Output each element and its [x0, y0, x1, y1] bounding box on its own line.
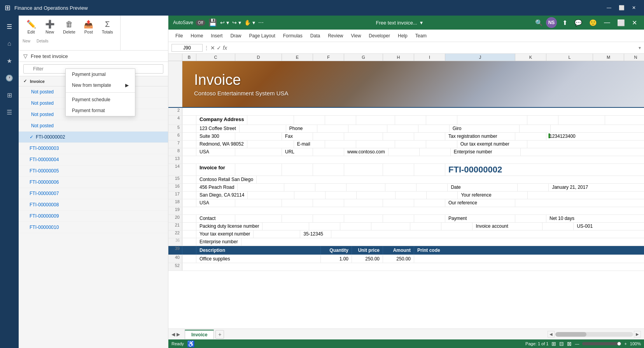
list-item[interactable]: FTI-00000007 — [19, 188, 168, 199]
title-dropdown-arrow[interactable]: ▾ — [420, 19, 423, 26]
col-header-k[interactable]: K — [515, 54, 546, 61]
col-header-f[interactable]: F — [313, 54, 344, 61]
scroll-left-icon[interactable]: ◀ — [548, 331, 555, 337]
filter-icon[interactable]: ▽ — [23, 53, 28, 59]
user-avatar[interactable]: NS — [546, 17, 557, 28]
col-header-b[interactable]: B — [182, 54, 196, 61]
date-value-cell: January 21, 2017 — [549, 184, 595, 191]
col-header-j[interactable]: J — [445, 54, 515, 61]
zoom-slider[interactable] — [582, 342, 621, 345]
prev-sheet-icon[interactable]: ◀ — [172, 332, 175, 337]
col-header-n[interactable]: N — [624, 54, 644, 61]
confirm-formula-icon[interactable]: ✓ — [217, 45, 221, 51]
add-sheet-button[interactable]: + — [215, 330, 224, 339]
close-button[interactable]: ✕ — [628, 2, 639, 13]
row-6: 6 Suite 300 Fax Tax registration number … — [168, 133, 644, 141]
redo-button[interactable]: ↪ ▾ — [232, 19, 241, 26]
menu-review[interactable]: Review — [324, 32, 347, 40]
share-button[interactable]: ⬆ — [560, 18, 570, 27]
menu-developer[interactable]: Developer — [365, 32, 394, 40]
new-from-template-item[interactable]: New from template ▶ — [66, 80, 135, 91]
list-item-selected[interactable]: ✓ FTI-00000002 — [19, 132, 168, 143]
list-item[interactable]: FTI-00000005 — [19, 165, 168, 177]
cancel-formula-icon[interactable]: ✕ — [210, 45, 215, 51]
check-all-icon[interactable]: ✓ — [23, 79, 27, 84]
col-header-m[interactable]: M — [593, 54, 624, 61]
autosave-toggle[interactable]: Off — [196, 20, 205, 26]
menu-help[interactable]: Help — [394, 32, 411, 40]
excel-window-controls: ⬆ 💬 🙂 — ⬜ ✕ — [560, 18, 639, 27]
menu-view[interactable]: View — [347, 32, 365, 40]
menu-formulas[interactable]: Formulas — [279, 32, 306, 40]
function-icon[interactable]: fx — [223, 45, 227, 51]
delete-button[interactable]: 🗑 Delete — [60, 18, 79, 36]
waffle-icon[interactable]: ⊞ — [5, 4, 10, 12]
edit-button[interactable]: ✏️ Edit — [23, 18, 40, 36]
menu-home[interactable]: Home — [187, 32, 207, 40]
zoom-level: 100% — [630, 341, 641, 346]
page-layout-view-icon[interactable]: ⊟ — [559, 341, 564, 347]
col-header-i[interactable]: I — [414, 54, 445, 61]
formula-expand-icon[interactable]: ▾ — [639, 45, 641, 51]
col-header-d[interactable]: D — [235, 54, 282, 61]
autosave-label: AutoSave — [173, 20, 193, 25]
menu-page-layout[interactable]: Page Layout — [245, 32, 279, 40]
col-header-c[interactable]: C — [196, 54, 235, 61]
emoji-button[interactable]: 🙂 — [587, 18, 599, 27]
payment-journal-item[interactable]: Payment journal — [66, 69, 135, 80]
normal-view-icon[interactable]: ⊞ — [551, 341, 556, 347]
undo-button[interactable]: ↩ ▾ — [220, 19, 229, 26]
payment-format-item[interactable]: Payment format — [66, 105, 135, 116]
nav-recent-icon[interactable]: 🕐 — [2, 70, 17, 86]
page-break-view-icon[interactable]: ⊠ — [567, 341, 572, 347]
spreadsheet[interactable]: B C D E F G H I J K L M N — [168, 54, 644, 329]
comments-button[interactable]: 💬 — [572, 18, 584, 27]
invoice-list[interactable]: Not posted Not posted Not posted Not pos… — [19, 86, 168, 348]
next-sheet-icon[interactable]: ▶ — [177, 332, 180, 337]
col-header-l[interactable]: L — [546, 54, 593, 61]
more-button[interactable]: ⋯ — [258, 19, 264, 26]
list-item[interactable]: FTI-00000010 — [19, 222, 168, 233]
nav-list-icon[interactable]: ☰ — [2, 104, 17, 120]
maximize-button[interactable]: ⬜ — [616, 2, 627, 13]
nav-menu-icon[interactable]: ☰ — [2, 19, 17, 34]
col-header-g[interactable]: G — [344, 54, 383, 61]
minimize-button[interactable]: — — [604, 2, 614, 13]
touch-button[interactable]: ✋ ▾ — [244, 19, 255, 26]
nav-star-icon[interactable]: ★ — [2, 53, 17, 69]
list-item[interactable]: FTI-00000003 — [19, 143, 168, 154]
excel-search-icon[interactable]: 🔍 — [535, 19, 543, 26]
excel-close-button[interactable]: ✕ — [630, 18, 639, 27]
list-item[interactable]: FTI-00000009 — [19, 211, 168, 222]
zoom-minus-icon[interactable]: — — [575, 341, 579, 346]
horizontal-scrollbar[interactable] — [555, 332, 633, 337]
totals-button[interactable]: Σ Totals — [99, 18, 116, 36]
menu-file[interactable]: File — [172, 32, 187, 40]
excel-maximize-button[interactable]: ⬜ — [615, 18, 627, 27]
nav-home-icon[interactable]: ⌂ — [2, 36, 17, 51]
new-button[interactable]: ➕ New — [41, 18, 58, 36]
menu-team[interactable]: Team — [411, 32, 430, 40]
col-header-e[interactable]: E — [282, 54, 313, 61]
post-button[interactable]: 📤 Post — [80, 18, 97, 36]
nav-dashboard-icon[interactable]: ⊞ — [2, 87, 17, 103]
menu-insert[interactable]: Insert — [207, 32, 226, 40]
list-item[interactable]: Not posted — [19, 120, 168, 132]
cell-reference-input[interactable] — [172, 44, 203, 52]
list-item[interactable]: FTI-00000006 — [19, 177, 168, 188]
accessibility-icon[interactable]: ♿ — [187, 340, 195, 348]
save-button[interactable]: 💾 — [208, 18, 217, 27]
list-item[interactable]: FTI-00000004 — [19, 154, 168, 165]
payment-schedule-item[interactable]: Payment schedule — [66, 94, 135, 105]
invoice-sheet-tab[interactable]: Invoice — [185, 330, 214, 339]
zoom-plus-icon[interactable]: + — [624, 341, 626, 346]
cell-menu-icon[interactable]: ⋮ — [204, 45, 209, 51]
excel-minimize-button[interactable]: — — [602, 18, 612, 27]
scroll-right-icon[interactable]: ▶ — [634, 331, 641, 337]
col-header-h[interactable]: H — [383, 54, 414, 61]
filter-row: ▽ Free text invoice — [19, 51, 168, 62]
formula-input[interactable] — [229, 45, 637, 51]
list-item[interactable]: FTI-00000008 — [19, 199, 168, 211]
menu-draw[interactable]: Draw — [226, 32, 245, 40]
menu-data[interactable]: Data — [306, 32, 324, 40]
